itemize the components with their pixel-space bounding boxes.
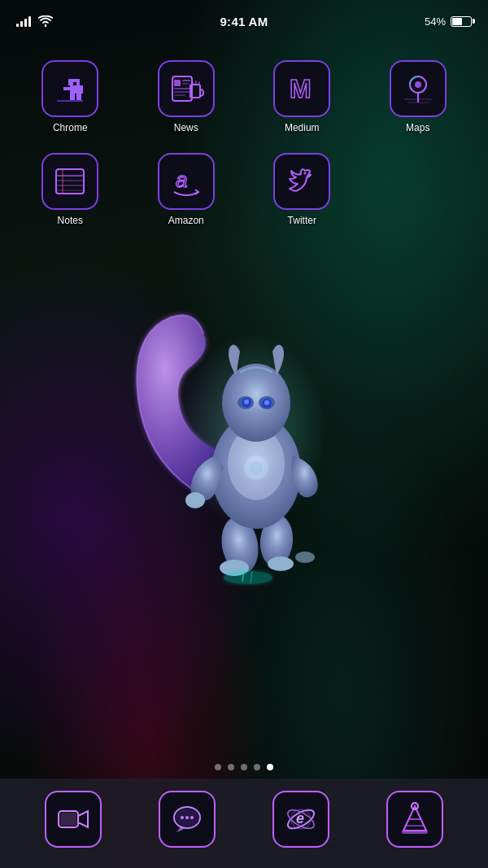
notes-label: Notes bbox=[58, 215, 83, 226]
svg-point-4 bbox=[268, 556, 294, 571]
status-time: 9:41 AM bbox=[220, 15, 268, 28]
svg-point-16 bbox=[264, 400, 269, 405]
amazon-label: Amazon bbox=[168, 215, 204, 226]
app-grid: Chrome News bbox=[0, 42, 488, 244]
news-icon bbox=[158, 60, 215, 117]
dock-facetime[interactable] bbox=[45, 791, 102, 848]
svg-point-5 bbox=[295, 552, 315, 563]
maps-label: Maps bbox=[406, 122, 429, 133]
svg-rect-25 bbox=[70, 85, 83, 94]
svg-rect-34 bbox=[174, 88, 190, 89]
page-dot-3[interactable] bbox=[241, 764, 247, 770]
messages-icon bbox=[159, 791, 216, 848]
dock-ie[interactable]: e bbox=[272, 791, 329, 848]
svg-rect-33 bbox=[182, 83, 189, 85]
svg-point-60 bbox=[190, 816, 194, 819]
svg-rect-55 bbox=[60, 813, 76, 826]
svg-rect-36 bbox=[174, 94, 185, 96]
status-bar: 9:41 AM 54% bbox=[0, 0, 488, 36]
svg-rect-27 bbox=[76, 94, 81, 100]
ie-icon: e bbox=[272, 791, 329, 848]
svg-rect-35 bbox=[174, 91, 190, 93]
dock: e bbox=[0, 779, 488, 868]
svg-rect-68 bbox=[402, 831, 428, 834]
svg-point-10 bbox=[222, 364, 290, 442]
app-amazon[interactable]: a Amazon bbox=[129, 143, 245, 236]
dock-messages[interactable] bbox=[159, 791, 216, 848]
medium-icon: M bbox=[273, 60, 330, 117]
signal-icon bbox=[16, 15, 31, 27]
svg-point-59 bbox=[185, 816, 189, 819]
chrome-label: Chrome bbox=[53, 122, 88, 133]
app-notes[interactable]: Notes bbox=[12, 143, 129, 236]
svg-point-15 bbox=[244, 399, 249, 404]
svg-rect-38 bbox=[192, 81, 194, 85]
app-twitter[interactable]: Twitter bbox=[244, 143, 360, 236]
svg-text:e: e bbox=[296, 810, 304, 827]
svg-rect-31 bbox=[174, 80, 181, 86]
battery-percentage: 54% bbox=[425, 15, 446, 28]
page-indicators bbox=[215, 764, 273, 770]
svg-point-43 bbox=[415, 81, 421, 88]
news-label: News bbox=[174, 122, 198, 133]
svg-rect-29 bbox=[57, 100, 83, 102]
page-dot-2[interactable] bbox=[228, 764, 234, 770]
battery-area: 54% bbox=[425, 15, 472, 28]
svg-point-19 bbox=[224, 571, 272, 584]
notes-icon bbox=[41, 153, 98, 210]
battery-icon bbox=[451, 16, 472, 27]
svg-rect-26 bbox=[70, 94, 75, 100]
signal-area bbox=[16, 15, 53, 27]
svg-point-8 bbox=[185, 492, 205, 508]
svg-text:M: M bbox=[290, 74, 312, 103]
app-medium[interactable]: M Medium bbox=[244, 50, 360, 143]
twitter-icon bbox=[273, 153, 330, 210]
app-news[interactable]: News bbox=[129, 50, 245, 143]
svg-rect-28 bbox=[63, 87, 70, 90]
twitter-label: Twitter bbox=[288, 215, 316, 226]
battery-fill bbox=[452, 18, 462, 25]
page-dot-5[interactable] bbox=[267, 764, 273, 770]
svg-point-18 bbox=[250, 461, 263, 474]
chrome-icon bbox=[41, 60, 98, 117]
wallpaper-character bbox=[122, 252, 366, 602]
medium-label: Medium bbox=[285, 122, 320, 133]
page-dot-1[interactable] bbox=[215, 764, 221, 770]
svg-rect-40 bbox=[198, 81, 200, 85]
app-maps[interactable]: Maps bbox=[360, 50, 477, 143]
page-dot-4[interactable] bbox=[254, 764, 260, 770]
vlc-icon bbox=[386, 791, 443, 848]
facetime-icon bbox=[45, 791, 102, 848]
svg-rect-32 bbox=[182, 80, 190, 81]
maps-icon bbox=[390, 60, 447, 117]
wifi-icon bbox=[38, 15, 53, 27]
svg-rect-39 bbox=[195, 81, 197, 85]
amazon-icon: a bbox=[158, 153, 215, 210]
svg-rect-24 bbox=[73, 82, 76, 85]
svg-text:a: a bbox=[176, 168, 187, 192]
svg-point-58 bbox=[181, 816, 184, 819]
dock-vlc[interactable] bbox=[386, 791, 443, 848]
svg-point-53 bbox=[304, 172, 307, 175]
app-chrome[interactable]: Chrome bbox=[12, 50, 129, 143]
